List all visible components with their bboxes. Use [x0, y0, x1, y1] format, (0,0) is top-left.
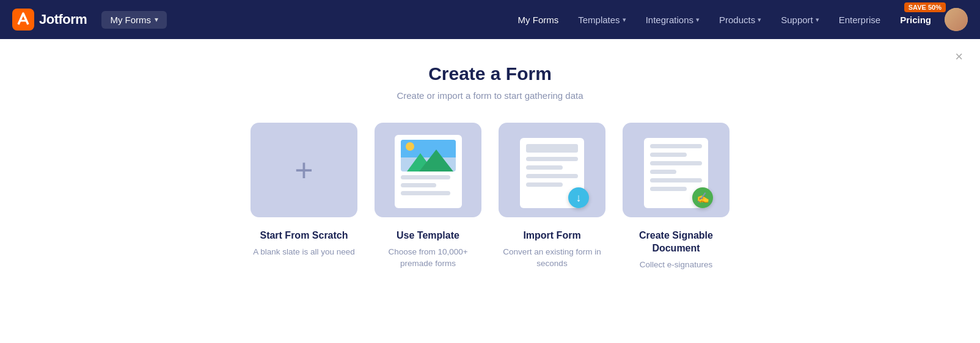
svg-rect-0 [12, 9, 34, 31]
signable-line-3 [650, 161, 702, 165]
avatar[interactable] [945, 8, 968, 31]
chevron-down-icon: ▾ [758, 16, 761, 24]
nav-my-forms[interactable]: My Forms [510, 10, 568, 30]
import-line-1 [526, 157, 578, 161]
card-import-image: ↓ [499, 123, 605, 217]
signable-line-6 [650, 187, 687, 191]
nav-links: My Forms Templates ▾ Integrations ▾ Prod… [510, 10, 940, 30]
plus-icon: + [294, 154, 313, 186]
nav-integrations[interactable]: Integrations ▾ [637, 10, 708, 30]
nav-enterprise[interactable]: Enterprise [830, 10, 889, 30]
card-import-desc: Convert an existing form in seconds [499, 246, 605, 270]
cards-row: + Start From Scratch A blank slate is al… [250, 123, 730, 270]
template-line-2 [401, 183, 437, 187]
template-image-placeholder [401, 140, 456, 172]
nav-templates[interactable]: Templates ▾ [569, 10, 634, 30]
card-signable[interactable]: ✍ Create Signable Document Collect e-sig… [623, 123, 730, 270]
signable-line-5 [650, 178, 702, 182]
close-button[interactable]: × [955, 50, 963, 63]
import-download-icon: ↓ [568, 187, 589, 208]
nav-pricing[interactable]: Pricing [891, 10, 940, 30]
card-template-image [375, 123, 481, 217]
card-scratch[interactable]: + Start From Scratch A blank slate is al… [250, 123, 357, 258]
nav-products[interactable]: Products ▾ [711, 10, 770, 30]
chevron-down-icon: ▾ [155, 15, 158, 24]
logo-text: Jotform [39, 12, 87, 27]
modal-subtitle: Create or import a form to start gatheri… [397, 90, 583, 101]
chevron-down-icon: ▾ [696, 16, 700, 24]
import-header-bar [526, 144, 578, 153]
signature-icon: ✍ [692, 187, 713, 208]
my-forms-dropdown-btn[interactable]: My Forms ▾ [101, 11, 167, 29]
template-doc [395, 135, 462, 208]
logo[interactable]: Jotform [12, 9, 87, 31]
card-signable-title: Create Signable Document [623, 229, 730, 255]
card-template[interactable]: Use Template Choose from 10,000+ premade… [375, 123, 481, 270]
modal-title: Create a Form [428, 63, 552, 84]
card-scratch-desc: A blank slate is all you need [253, 246, 355, 258]
template-illustration [395, 132, 462, 208]
card-template-desc: Choose from 10,000+ premade forms [375, 246, 481, 270]
chevron-down-icon: ▾ [623, 16, 626, 24]
chevron-down-icon: ▾ [816, 16, 819, 24]
signable-line-4 [650, 170, 676, 174]
card-signable-desc: Collect e-signatures [640, 259, 712, 271]
card-signable-image: ✍ [623, 123, 730, 217]
template-line-3 [401, 191, 450, 195]
signable-line-2 [650, 153, 687, 157]
nav-support[interactable]: Support ▾ [772, 10, 828, 30]
save-badge[interactable]: SAVE 50% [904, 2, 946, 12]
card-scratch-image: + [250, 123, 357, 217]
template-mountain2 [419, 150, 453, 172]
card-scratch-title: Start From Scratch [260, 229, 348, 242]
logo-icon [12, 9, 34, 31]
import-line-4 [526, 182, 563, 187]
import-line-2 [526, 165, 563, 170]
card-import[interactable]: ↓ Import Form Convert an existing form i… [499, 123, 605, 270]
signable-illustration: ✍ [644, 132, 708, 208]
import-illustration: ↓ [520, 132, 584, 208]
avatar-image [945, 8, 968, 31]
template-sun [406, 142, 414, 151]
create-form-modal: × Create a Form Create or import a form … [0, 39, 980, 343]
card-import-title: Import Form [523, 229, 580, 242]
signable-line-1 [650, 144, 702, 148]
card-template-title: Use Template [397, 229, 459, 242]
template-line-1 [401, 175, 450, 179]
import-line-3 [526, 174, 578, 178]
navbar: Jotform My Forms ▾ My Forms Templates ▾ … [0, 0, 980, 39]
